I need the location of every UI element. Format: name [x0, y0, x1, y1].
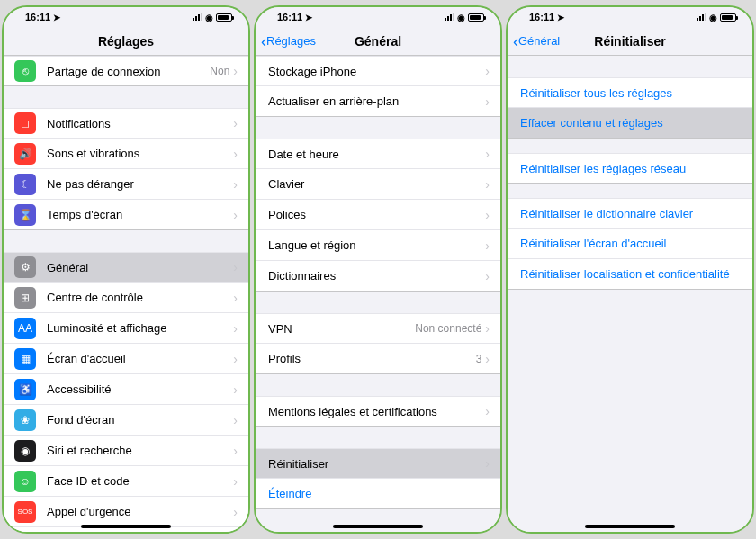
row-label: Notifications — [47, 117, 233, 130]
wallpaper-icon: ❀ — [14, 409, 36, 431]
wallpaper-row[interactable]: ❀Fond d'écran› — [4, 405, 248, 436]
screen-general: 16:11➤ ◉ ‹Réglages Général Stockage iPho… — [254, 5, 502, 534]
faceid-row[interactable]: ☺Face ID et code› — [4, 466, 248, 497]
siri-icon: ◉ — [14, 440, 36, 462]
chevron-right-icon: › — [485, 64, 490, 78]
page-title: Général — [355, 34, 401, 49]
settings-row[interactable]: Langue et région› — [256, 230, 500, 261]
siri-row[interactable]: ◉Siri et recherche› — [4, 436, 248, 466]
general-icon: ⚙ — [14, 256, 36, 278]
row-label: Mentions légales et certifications — [268, 405, 485, 418]
chevron-right-icon: › — [233, 208, 238, 222]
chevron-right-icon: › — [233, 116, 238, 130]
settings-row[interactable]: Réinitialiser tous les réglages — [508, 77, 752, 108]
general-row[interactable]: ⚙Général› — [4, 252, 248, 283]
settings-list[interactable]: ⎋Partage de connexionNon› ◻Notifications… — [4, 56, 248, 532]
status-time: 16:11 — [25, 12, 50, 22]
back-button[interactable]: ‹Général — [513, 27, 560, 55]
sounds-row[interactable]: 🔊Sons et vibrations› — [4, 139, 248, 169]
page-title: Réinitialiser — [594, 34, 665, 49]
control-center-icon: ⊞ — [14, 287, 36, 309]
row-label: Partage de connexion — [47, 65, 210, 78]
settings-row[interactable]: Réinitialiser le dictionnaire clavier — [508, 198, 752, 229]
settings-row[interactable]: Clavier› — [256, 169, 500, 200]
reset-list[interactable]: Réinitialiser tous les réglagesEffacer c… — [508, 56, 752, 532]
settings-row[interactable]: Réinitialiser l'écran d'accueil — [508, 229, 752, 259]
row-label: Réinitialiser le dictionnaire clavier — [520, 207, 742, 220]
row-label: Général — [47, 261, 233, 274]
chevron-right-icon: › — [485, 321, 490, 336]
row-label: Luminosité et affichage — [47, 321, 233, 335]
chevron-right-icon: › — [485, 404, 490, 418]
faceid-icon: ☺ — [14, 471, 36, 492]
row-label: Centre de contrôle — [47, 291, 233, 304]
settings-row[interactable]: Profils3› — [256, 344, 500, 374]
row-label: Ne pas déranger — [47, 177, 233, 191]
control-center-row[interactable]: ⊞Centre de contrôle› — [4, 283, 248, 313]
row-label: Langue et région — [268, 238, 485, 252]
settings-row[interactable]: Date et heure› — [256, 139, 500, 169]
general-list[interactable]: Stockage iPhone›Actualiser en arrière-pl… — [256, 56, 500, 532]
chevron-right-icon: › — [233, 352, 238, 366]
accessibility-row[interactable]: ♿Accessibilité› — [4, 374, 248, 405]
settings-row[interactable]: Stockage iPhone› — [256, 56, 500, 86]
row-label: Fond d'écran — [47, 413, 233, 427]
chevron-right-icon: › — [485, 177, 490, 192]
settings-row[interactable]: Réinitialiser les réglages réseau — [508, 153, 752, 184]
settings-row[interactable]: Effacer contenu et réglages — [508, 108, 752, 139]
sounds-icon: 🔊 — [14, 143, 36, 165]
signal-icon — [193, 13, 202, 21]
battery-icon — [216, 13, 232, 22]
row-label: Date et heure — [268, 148, 485, 161]
settings-row[interactable]: Réinitialiser› — [256, 448, 500, 479]
row-label: Effacer contenu et réglages — [520, 116, 742, 130]
home-screen-row[interactable]: ▦Écran d'accueil› — [4, 344, 248, 374]
row-label: Réinitialiser tous les réglages — [520, 86, 742, 100]
settings-row[interactable]: Polices› — [256, 200, 500, 230]
hotspot-row[interactable]: ⎋Partage de connexionNon› — [4, 56, 248, 86]
dnd-row[interactable]: ☾Ne pas déranger› — [4, 169, 248, 200]
row-label: Stockage iPhone — [268, 65, 485, 78]
home-indicator[interactable] — [585, 525, 675, 528]
sos-row[interactable]: SOSAppel d'urgence› — [4, 497, 248, 527]
chevron-right-icon: › — [233, 474, 238, 489]
signal-icon — [445, 13, 454, 21]
back-label: Général — [518, 34, 560, 48]
accessibility-icon: ♿ — [14, 379, 36, 400]
row-label: Temps d'écran — [47, 208, 233, 221]
settings-row[interactable]: Éteindre — [256, 479, 500, 509]
screen-settings: 16:11➤ ◉ Réglages ⎋Partage de connexionN… — [2, 5, 250, 534]
settings-row[interactable]: Dictionnaires› — [256, 261, 500, 292]
settings-row[interactable]: Actualiser en arrière-plan› — [256, 86, 500, 117]
chevron-right-icon: › — [233, 413, 238, 427]
home-screen-icon: ▦ — [14, 348, 36, 370]
chevron-right-icon: › — [233, 505, 238, 519]
battery-icon — [468, 13, 484, 22]
page-title: Réglages — [98, 34, 154, 49]
notifications-row[interactable]: ◻Notifications› — [4, 108, 248, 139]
chevron-right-icon: › — [233, 444, 238, 458]
battery-icon — [720, 13, 736, 22]
signal-icon — [697, 13, 706, 21]
chevron-right-icon: › — [233, 321, 238, 336]
status-time: 16:11 — [529, 12, 554, 22]
row-label: Polices — [268, 208, 485, 221]
chevron-right-icon: › — [485, 147, 490, 161]
display-row[interactable]: AALuminosité et affichage› — [4, 313, 248, 344]
screentime-row[interactable]: ⌛Temps d'écran› — [4, 200, 248, 230]
settings-row[interactable]: Mentions légales et certifications› — [256, 396, 500, 427]
home-indicator[interactable] — [81, 525, 171, 528]
row-label: Réinitialiser l'écran d'accueil — [520, 237, 742, 250]
back-button[interactable]: ‹Réglages — [261, 27, 316, 55]
row-label: Clavier — [268, 177, 485, 191]
chevron-right-icon: › — [485, 456, 490, 471]
settings-row[interactable]: VPNNon connecté› — [256, 313, 500, 344]
navbar: Réglages — [4, 27, 248, 56]
chevron-right-icon: › — [485, 94, 490, 109]
wifi-icon: ◉ — [457, 13, 465, 22]
home-indicator[interactable] — [333, 525, 423, 528]
row-label: Actualiser en arrière-plan — [268, 94, 485, 108]
back-label: Réglages — [266, 34, 316, 48]
settings-row[interactable]: Réinitialiser localisation et confidenti… — [508, 259, 752, 290]
row-label: Accessibilité — [47, 382, 233, 396]
